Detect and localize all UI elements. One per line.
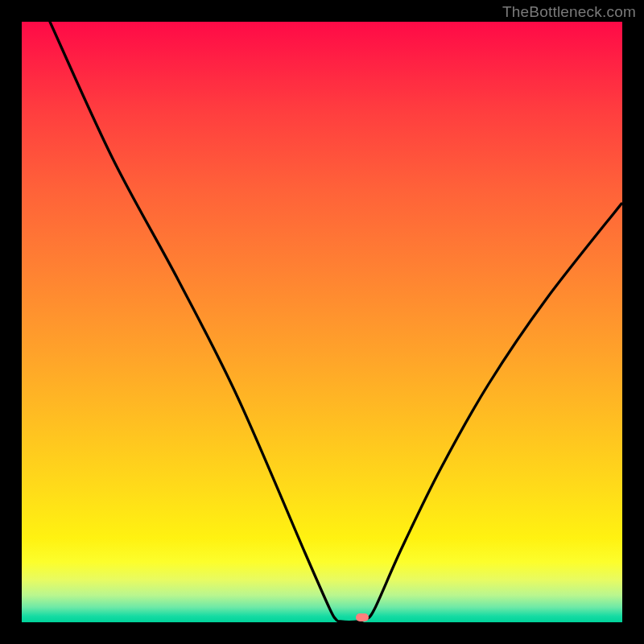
curve-svg [22,22,622,622]
plot-area [22,22,622,622]
watermark-text: TheBottleneck.com [502,3,636,21]
chart-frame: TheBottleneck.com [0,0,644,644]
optimum-marker [356,613,369,621]
bottleneck-curve-path [50,22,621,621]
